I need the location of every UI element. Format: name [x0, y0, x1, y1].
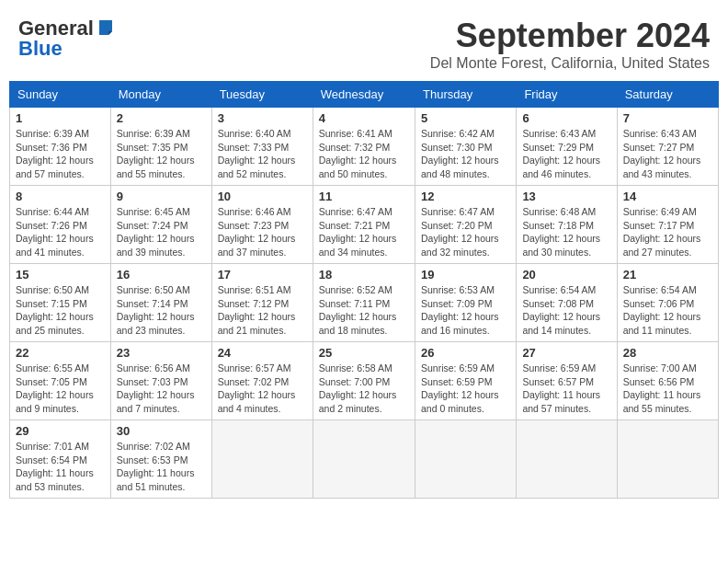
table-row: 14Sunrise: 6:49 AM Sunset: 7:17 PM Dayli… [617, 186, 718, 264]
table-row: 15Sunrise: 6:50 AM Sunset: 7:15 PM Dayli… [10, 264, 111, 342]
table-row: 19Sunrise: 6:53 AM Sunset: 7:09 PM Dayli… [415, 264, 516, 342]
calendar-header-row: SundayMondayTuesdayWednesdayThursdayFrid… [10, 82, 719, 108]
table-row: 27Sunrise: 6:59 AM Sunset: 6:57 PM Dayli… [517, 342, 617, 420]
table-row: 28Sunrise: 7:00 AM Sunset: 6:56 PM Dayli… [617, 342, 718, 420]
title-block: September 2024 Del Monte Forest, Califor… [430, 17, 710, 72]
table-row [517, 420, 617, 499]
table-row: 23Sunrise: 6:56 AM Sunset: 7:03 PM Dayli… [110, 342, 211, 420]
location-title: Del Monte Forest, California, United Sta… [430, 55, 710, 72]
calendar-week-4: 22Sunrise: 6:55 AM Sunset: 7:05 PM Dayli… [10, 342, 719, 420]
table-row: 22Sunrise: 6:55 AM Sunset: 7:05 PM Dayli… [10, 342, 111, 420]
table-row: 8Sunrise: 6:44 AM Sunset: 7:26 PM Daylig… [10, 186, 111, 264]
header-sunday: Sunday [10, 82, 111, 108]
table-row: 3Sunrise: 6:40 AM Sunset: 7:33 PM Daylig… [211, 108, 313, 186]
table-row: 10Sunrise: 6:46 AM Sunset: 7:23 PM Dayli… [211, 186, 313, 264]
table-row: 18Sunrise: 6:52 AM Sunset: 7:11 PM Dayli… [313, 264, 415, 342]
calendar-week-3: 15Sunrise: 6:50 AM Sunset: 7:15 PM Dayli… [10, 264, 719, 342]
table-row: 4Sunrise: 6:41 AM Sunset: 7:32 PM Daylig… [313, 108, 415, 186]
header-thursday: Thursday [415, 82, 516, 108]
table-row [415, 420, 516, 499]
header-tuesday: Tuesday [211, 82, 313, 108]
table-row: 6Sunrise: 6:43 AM Sunset: 7:29 PM Daylig… [517, 108, 617, 186]
table-row: 25Sunrise: 6:58 AM Sunset: 7:00 PM Dayli… [313, 342, 415, 420]
table-row: 21Sunrise: 6:54 AM Sunset: 7:06 PM Dayli… [617, 264, 718, 342]
table-row: 12Sunrise: 6:47 AM Sunset: 7:20 PM Dayli… [415, 186, 516, 264]
table-row [617, 420, 718, 499]
table-row: 20Sunrise: 6:54 AM Sunset: 7:08 PM Dayli… [517, 264, 617, 342]
table-row [211, 420, 313, 499]
logo-icon [96, 18, 116, 39]
table-row: 5Sunrise: 6:42 AM Sunset: 7:30 PM Daylig… [415, 108, 516, 186]
logo: General Blue [18, 17, 116, 61]
table-row: 24Sunrise: 6:57 AM Sunset: 7:02 PM Dayli… [211, 342, 313, 420]
calendar-week-1: 1Sunrise: 6:39 AM Sunset: 7:36 PM Daylig… [10, 108, 719, 186]
table-row: 30Sunrise: 7:02 AM Sunset: 6:53 PM Dayli… [110, 420, 211, 499]
month-title: September 2024 [430, 17, 710, 55]
logo-blue: Blue [18, 37, 63, 61]
table-row: 29Sunrise: 7:01 AM Sunset: 6:54 PM Dayli… [10, 420, 111, 499]
page-header: General Blue September 2024 Del Monte Fo… [9, 9, 719, 75]
table-row: 16Sunrise: 6:50 AM Sunset: 7:14 PM Dayli… [110, 264, 211, 342]
header-monday: Monday [110, 82, 211, 108]
table-row: 17Sunrise: 6:51 AM Sunset: 7:12 PM Dayli… [211, 264, 313, 342]
calendar-week-2: 8Sunrise: 6:44 AM Sunset: 7:26 PM Daylig… [10, 186, 719, 264]
header-friday: Friday [517, 82, 617, 108]
table-row: 26Sunrise: 6:59 AM Sunset: 6:59 PM Dayli… [415, 342, 516, 420]
calendar-week-5: 29Sunrise: 7:01 AM Sunset: 6:54 PM Dayli… [10, 420, 719, 499]
header-saturday: Saturday [617, 82, 718, 108]
table-row: 2Sunrise: 6:39 AM Sunset: 7:35 PM Daylig… [110, 108, 211, 186]
table-row [313, 420, 415, 499]
calendar-table: SundayMondayTuesdayWednesdayThursdayFrid… [9, 81, 719, 499]
header-wednesday: Wednesday [313, 82, 415, 108]
table-row: 1Sunrise: 6:39 AM Sunset: 7:36 PM Daylig… [10, 108, 111, 186]
table-row: 7Sunrise: 6:43 AM Sunset: 7:27 PM Daylig… [617, 108, 718, 186]
table-row: 9Sunrise: 6:45 AM Sunset: 7:24 PM Daylig… [110, 186, 211, 264]
table-row: 13Sunrise: 6:48 AM Sunset: 7:18 PM Dayli… [517, 186, 617, 264]
svg-marker-1 [108, 31, 112, 35]
table-row: 11Sunrise: 6:47 AM Sunset: 7:21 PM Dayli… [313, 186, 415, 264]
